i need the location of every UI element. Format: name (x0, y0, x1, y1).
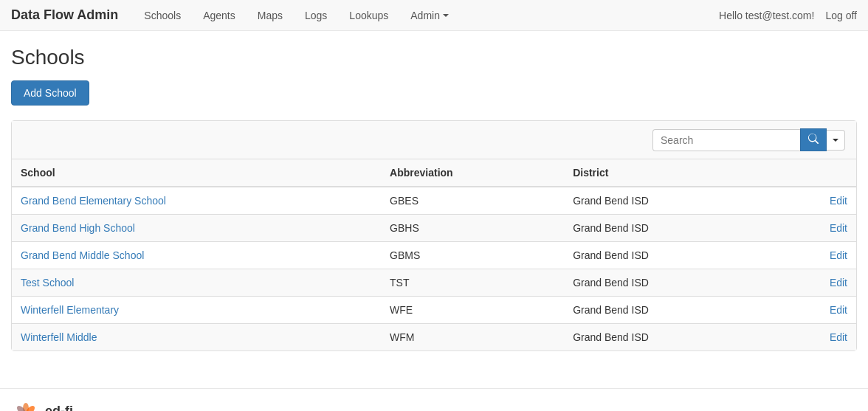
district-cell: Grand Bend ISD (564, 187, 776, 215)
nav-link-logs[interactable]: Logs (294, 0, 338, 31)
nav-item-agents[interactable]: Agents (192, 0, 247, 31)
school-name-cell: Grand Bend High School (12, 215, 381, 242)
schools-table: School Abbreviation District Grand Bend … (12, 159, 856, 350)
edit-cell: Edit (776, 187, 856, 215)
district-cell: Grand Bend ISD (564, 297, 776, 324)
search-input[interactable] (652, 129, 800, 151)
district-cell: Grand Bend ISD (564, 269, 776, 297)
table-row: Grand Bend Elementary School GBES Grand … (12, 187, 856, 215)
caret-icon (443, 14, 449, 17)
school-name-cell: Grand Bend Elementary School (12, 187, 381, 215)
schools-table-wrapper: School Abbreviation District Grand Bend … (11, 120, 857, 351)
table-row: Grand Bend High School GBHS Grand Bend I… (12, 215, 856, 242)
abbreviation-cell: GBES (381, 187, 564, 215)
abbreviation-cell: WFE (381, 297, 564, 324)
edit-link[interactable]: Edit (830, 195, 847, 207)
search-dropdown-button[interactable] (827, 130, 845, 151)
edfi-logo-icon (11, 400, 41, 411)
nav-link-maps[interactable]: Maps (247, 0, 294, 31)
edit-cell: Edit (776, 324, 856, 351)
table-toolbar (12, 121, 856, 159)
table-header-row: School Abbreviation District (12, 159, 856, 187)
user-greeting: Hello test@test.com! (719, 10, 814, 21)
main-content: Schools Add School School A (0, 31, 868, 366)
table-row: Test School TST Grand Bend ISD Edit (12, 269, 856, 297)
school-name-cell: Winterfell Elementary (12, 297, 381, 324)
add-school-button[interactable]: Add School (11, 80, 89, 106)
school-name-cell: Test School (12, 269, 381, 297)
abbreviation-cell: TST (381, 269, 564, 297)
edit-cell: Edit (776, 242, 856, 269)
school-name-cell: Winterfell Middle (12, 324, 381, 351)
col-school: School (12, 159, 381, 187)
search-group (652, 128, 845, 151)
edit-cell: Edit (776, 215, 856, 242)
nav-item-schools[interactable]: Schools (133, 0, 192, 31)
district-cell: Grand Bend ISD (564, 242, 776, 269)
footer: ed-fi ALLIANCE Powered by Ed-Fi Technolo… (0, 388, 868, 411)
nav-item-admin[interactable]: Admin (399, 0, 460, 31)
table-header: School Abbreviation District (12, 159, 856, 187)
edit-cell: Edit (776, 297, 856, 324)
navbar: Data Flow Admin Schools Agents Maps Logs… (0, 0, 868, 31)
edit-cell: Edit (776, 269, 856, 297)
table-row: Winterfell Elementary WFE Grand Bend ISD… (12, 297, 856, 324)
nav-item-lookups[interactable]: Lookups (338, 0, 399, 31)
table-row: Grand Bend Middle School GBMS Grand Bend… (12, 242, 856, 269)
abbreviation-cell: GBMS (381, 242, 564, 269)
edfi-logo: ed-fi ALLIANCE (11, 400, 83, 411)
edit-link[interactable]: Edit (830, 277, 847, 289)
brand-link[interactable]: Data Flow Admin (11, 7, 118, 23)
edfi-text: ed-fi ALLIANCE (45, 404, 83, 412)
nav-menu: Schools Agents Maps Logs Lookups Admin (133, 0, 719, 31)
col-actions (776, 159, 856, 187)
abbreviation-cell: GBHS (381, 215, 564, 242)
edit-link[interactable]: Edit (830, 249, 847, 261)
table-row: Winterfell Middle WFM Grand Bend ISD Edi… (12, 324, 856, 351)
page-title: Schools (11, 46, 857, 69)
school-link[interactable]: Grand Bend Elementary School (21, 195, 166, 207)
search-button[interactable] (800, 128, 827, 151)
edit-link[interactable]: Edit (830, 222, 847, 234)
nav-dropdown-admin[interactable]: Admin (399, 0, 460, 31)
dropdown-caret-icon (833, 139, 838, 142)
district-cell: Grand Bend ISD (564, 215, 776, 242)
col-abbreviation: Abbreviation (381, 159, 564, 187)
search-icon (808, 134, 819, 144)
col-district: District (564, 159, 776, 187)
nav-item-logs[interactable]: Logs (294, 0, 338, 31)
school-link[interactable]: Grand Bend Middle School (21, 249, 144, 261)
table-body: Grand Bend Elementary School GBES Grand … (12, 187, 856, 350)
nav-link-lookups[interactable]: Lookups (338, 0, 399, 31)
school-link[interactable]: Grand Bend High School (21, 222, 135, 234)
school-link[interactable]: Winterfell Elementary (21, 304, 119, 316)
logoff-link[interactable]: Log off (825, 10, 857, 21)
abbreviation-cell: WFM (381, 324, 564, 351)
nav-link-schools[interactable]: Schools (133, 0, 192, 31)
edit-link[interactable]: Edit (830, 331, 847, 343)
edit-link[interactable]: Edit (830, 304, 847, 316)
nav-item-maps[interactable]: Maps (247, 0, 294, 31)
school-link[interactable]: Test School (21, 277, 74, 289)
school-name-cell: Grand Bend Middle School (12, 242, 381, 269)
nav-link-agents[interactable]: Agents (192, 0, 247, 31)
navbar-right: Hello test@test.com! Log off (719, 10, 857, 21)
district-cell: Grand Bend ISD (564, 324, 776, 351)
school-link[interactable]: Winterfell Middle (21, 331, 97, 343)
